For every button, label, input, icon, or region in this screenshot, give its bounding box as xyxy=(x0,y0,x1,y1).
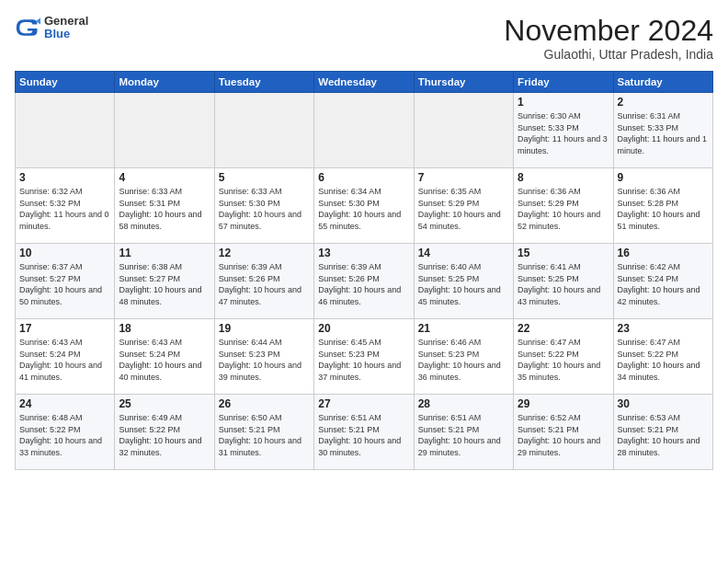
day-cell: 11Sunrise: 6:38 AM Sunset: 5:27 PM Dayli… xyxy=(115,244,214,319)
day-number: 17 xyxy=(19,322,110,335)
day-number: 29 xyxy=(518,397,609,410)
day-info: Sunrise: 6:47 AM Sunset: 5:22 PM Dayligh… xyxy=(518,337,609,383)
day-cell: 17Sunrise: 6:43 AM Sunset: 5:24 PM Dayli… xyxy=(16,319,115,395)
day-info: Sunrise: 6:36 AM Sunset: 5:29 PM Dayligh… xyxy=(518,186,609,232)
day-cell: 7Sunrise: 6:35 AM Sunset: 5:29 PM Daylig… xyxy=(414,168,513,244)
day-cell xyxy=(214,93,313,168)
day-cell xyxy=(414,93,513,168)
day-cell: 16Sunrise: 6:42 AM Sunset: 5:24 PM Dayli… xyxy=(613,244,712,319)
header-cell-tuesday: Tuesday xyxy=(214,72,313,93)
day-cell: 12Sunrise: 6:39 AM Sunset: 5:26 PM Dayli… xyxy=(214,244,313,319)
day-info: Sunrise: 6:36 AM Sunset: 5:28 PM Dayligh… xyxy=(618,186,709,232)
week-row-3: 10Sunrise: 6:37 AM Sunset: 5:27 PM Dayli… xyxy=(16,244,713,319)
day-cell: 28Sunrise: 6:51 AM Sunset: 5:21 PM Dayli… xyxy=(414,395,513,470)
day-cell: 18Sunrise: 6:43 AM Sunset: 5:24 PM Dayli… xyxy=(115,319,214,395)
day-info: Sunrise: 6:38 AM Sunset: 5:27 PM Dayligh… xyxy=(119,261,210,307)
day-number: 13 xyxy=(318,247,409,259)
header: General Blue November 2024 Gulaothi, Utt… xyxy=(15,15,713,62)
day-cell: 30Sunrise: 6:53 AM Sunset: 5:21 PM Dayli… xyxy=(613,395,712,470)
day-number: 19 xyxy=(219,322,310,335)
day-number: 21 xyxy=(418,322,509,335)
header-cell-wednesday: Wednesday xyxy=(314,72,414,93)
day-number: 27 xyxy=(318,397,409,410)
calendar-table: SundayMondayTuesdayWednesdayThursdayFrid… xyxy=(15,71,713,470)
day-number: 22 xyxy=(518,322,609,335)
day-info: Sunrise: 6:45 AM Sunset: 5:23 PM Dayligh… xyxy=(318,337,409,383)
day-cell: 19Sunrise: 6:44 AM Sunset: 5:23 PM Dayli… xyxy=(214,319,313,395)
day-number: 28 xyxy=(418,397,509,410)
day-cell: 20Sunrise: 6:45 AM Sunset: 5:23 PM Dayli… xyxy=(314,319,414,395)
day-cell: 3Sunrise: 6:32 AM Sunset: 5:32 PM Daylig… xyxy=(16,168,115,244)
day-cell: 27Sunrise: 6:51 AM Sunset: 5:21 PM Dayli… xyxy=(314,395,414,470)
day-cell: 8Sunrise: 6:36 AM Sunset: 5:29 PM Daylig… xyxy=(514,168,613,244)
day-number: 5 xyxy=(219,171,310,184)
header-cell-monday: Monday xyxy=(115,72,214,93)
day-number: 20 xyxy=(318,322,409,335)
day-info: Sunrise: 6:32 AM Sunset: 5:32 PM Dayligh… xyxy=(19,186,110,232)
day-cell: 2Sunrise: 6:31 AM Sunset: 5:33 PM Daylig… xyxy=(613,93,712,168)
day-info: Sunrise: 6:40 AM Sunset: 5:25 PM Dayligh… xyxy=(418,261,509,307)
day-number: 25 xyxy=(119,397,210,410)
day-number: 6 xyxy=(318,171,409,184)
day-info: Sunrise: 6:53 AM Sunset: 5:21 PM Dayligh… xyxy=(618,412,709,458)
day-cell: 15Sunrise: 6:41 AM Sunset: 5:25 PM Dayli… xyxy=(514,244,613,319)
subtitle: Gulaothi, Uttar Pradesh, India xyxy=(504,47,713,62)
day-number: 3 xyxy=(19,171,110,184)
day-number: 24 xyxy=(19,397,110,410)
week-row-5: 24Sunrise: 6:48 AM Sunset: 5:22 PM Dayli… xyxy=(16,395,713,470)
day-number: 16 xyxy=(618,247,709,259)
day-number: 26 xyxy=(219,397,310,410)
header-cell-thursday: Thursday xyxy=(414,72,513,93)
day-info: Sunrise: 6:52 AM Sunset: 5:21 PM Dayligh… xyxy=(518,412,609,458)
logo-blue-text: Blue xyxy=(44,28,88,40)
day-info: Sunrise: 6:47 AM Sunset: 5:22 PM Dayligh… xyxy=(618,337,709,383)
header-cell-sunday: Sunday xyxy=(16,72,115,93)
day-cell: 1Sunrise: 6:30 AM Sunset: 5:33 PM Daylig… xyxy=(514,93,613,168)
day-cell: 22Sunrise: 6:47 AM Sunset: 5:22 PM Dayli… xyxy=(514,319,613,395)
logo-general-text: General xyxy=(44,15,88,28)
day-info: Sunrise: 6:34 AM Sunset: 5:30 PM Dayligh… xyxy=(318,186,409,232)
day-info: Sunrise: 6:33 AM Sunset: 5:30 PM Dayligh… xyxy=(219,186,310,232)
day-cell: 4Sunrise: 6:33 AM Sunset: 5:31 PM Daylig… xyxy=(115,168,214,244)
day-info: Sunrise: 6:43 AM Sunset: 5:24 PM Dayligh… xyxy=(19,337,110,383)
header-row: SundayMondayTuesdayWednesdayThursdayFrid… xyxy=(16,72,713,93)
day-number: 10 xyxy=(19,247,110,259)
day-info: Sunrise: 6:42 AM Sunset: 5:24 PM Dayligh… xyxy=(618,261,709,307)
day-number: 12 xyxy=(219,247,310,259)
day-cell: 29Sunrise: 6:52 AM Sunset: 5:21 PM Dayli… xyxy=(514,395,613,470)
week-row-2: 3Sunrise: 6:32 AM Sunset: 5:32 PM Daylig… xyxy=(16,168,713,244)
day-info: Sunrise: 6:48 AM Sunset: 5:22 PM Dayligh… xyxy=(19,412,110,458)
day-cell xyxy=(314,93,414,168)
day-number: 14 xyxy=(418,247,509,259)
page: General Blue November 2024 Gulaothi, Utt… xyxy=(0,0,728,479)
day-number: 2 xyxy=(618,96,709,109)
week-row-1: 1Sunrise: 6:30 AM Sunset: 5:33 PM Daylig… xyxy=(16,93,713,168)
day-info: Sunrise: 6:31 AM Sunset: 5:33 PM Dayligh… xyxy=(618,110,709,156)
day-cell xyxy=(115,93,214,168)
day-number: 4 xyxy=(119,171,210,184)
day-info: Sunrise: 6:44 AM Sunset: 5:23 PM Dayligh… xyxy=(219,337,310,383)
title-area: November 2024 Gulaothi, Uttar Pradesh, I… xyxy=(504,15,713,62)
day-cell: 10Sunrise: 6:37 AM Sunset: 5:27 PM Dayli… xyxy=(16,244,115,319)
day-cell: 14Sunrise: 6:40 AM Sunset: 5:25 PM Dayli… xyxy=(414,244,513,319)
day-info: Sunrise: 6:41 AM Sunset: 5:25 PM Dayligh… xyxy=(518,261,609,307)
day-cell xyxy=(16,93,115,168)
day-cell: 5Sunrise: 6:33 AM Sunset: 5:30 PM Daylig… xyxy=(214,168,313,244)
day-number: 7 xyxy=(418,171,509,184)
calendar-header: SundayMondayTuesdayWednesdayThursdayFrid… xyxy=(16,72,713,93)
day-info: Sunrise: 6:51 AM Sunset: 5:21 PM Dayligh… xyxy=(418,412,509,458)
day-number: 23 xyxy=(618,322,709,335)
logo: General Blue xyxy=(15,15,88,41)
day-cell: 6Sunrise: 6:34 AM Sunset: 5:30 PM Daylig… xyxy=(314,168,414,244)
day-number: 8 xyxy=(518,171,609,184)
month-title: November 2024 xyxy=(504,15,713,47)
day-info: Sunrise: 6:30 AM Sunset: 5:33 PM Dayligh… xyxy=(518,110,609,156)
header-cell-saturday: Saturday xyxy=(613,72,712,93)
day-info: Sunrise: 6:33 AM Sunset: 5:31 PM Dayligh… xyxy=(119,186,210,232)
day-info: Sunrise: 6:39 AM Sunset: 5:26 PM Dayligh… xyxy=(318,261,409,307)
calendar-body: 1Sunrise: 6:30 AM Sunset: 5:33 PM Daylig… xyxy=(16,93,713,470)
day-number: 30 xyxy=(618,397,709,410)
day-number: 1 xyxy=(518,96,609,109)
day-info: Sunrise: 6:50 AM Sunset: 5:21 PM Dayligh… xyxy=(219,412,310,458)
day-info: Sunrise: 6:43 AM Sunset: 5:24 PM Dayligh… xyxy=(119,337,210,383)
